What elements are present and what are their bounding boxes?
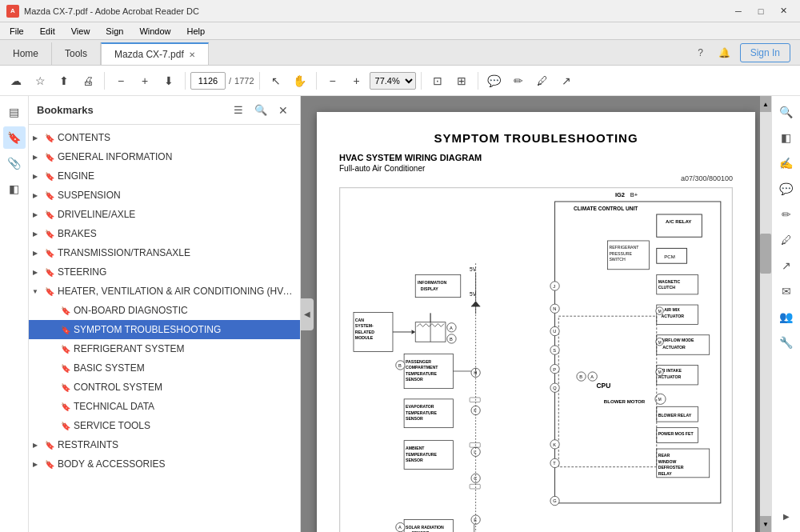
zoom-out-btn[interactable]: − <box>322 70 344 92</box>
back-icon[interactable]: ☁ <box>5 70 27 92</box>
bookmark-item-suspension[interactable]: 🔖 SUSPENSION <box>29 186 300 205</box>
flag-control-icon: 🔖 <box>61 383 70 392</box>
sidebar-close-btn[interactable]: ✕ <box>274 102 292 119</box>
attachment-icon[interactable]: 📎 <box>3 152 26 174</box>
bookmark-item-driveline[interactable]: 🔖 DRIVELINE/AXLE <box>29 205 300 224</box>
svg-text:TEMPERATURE: TEMPERATURE <box>406 452 438 457</box>
sign-in-button[interactable]: Sign In <box>740 43 790 62</box>
expand-hvac-icon[interactable] <box>29 285 42 298</box>
users-right-icon[interactable]: 👥 <box>775 306 798 328</box>
menu-help[interactable]: Help <box>181 25 212 38</box>
search-right-icon[interactable]: 🔍 <box>775 101 798 123</box>
expand-brakes-icon[interactable] <box>29 227 42 240</box>
hand-tool-icon[interactable]: ✋ <box>289 70 311 92</box>
sidebar-options-btn[interactable]: ☰ <box>230 102 247 119</box>
maximize-button[interactable]: □ <box>750 4 771 18</box>
bookmark-item-hvac[interactable]: 🔖 HEATER, VENTILATION & AIR CONDITIONING… <box>29 282 300 301</box>
tab-doc[interactable]: Mazda CX-7.pdf ✕ <box>101 42 209 65</box>
highlight-icon[interactable]: 🖊 <box>531 70 554 92</box>
layers-icon[interactable]: ◧ <box>3 178 26 200</box>
expand-contents-icon[interactable] <box>29 131 42 144</box>
menu-view[interactable]: View <box>65 25 97 38</box>
cursor-tool-icon[interactable]: ↖ <box>265 70 287 92</box>
next-view-icon[interactable]: ⊞ <box>450 70 473 92</box>
bookmark-item-refrigerant[interactable]: 🔖 REFRIGERANT SYSTEM <box>29 339 300 358</box>
menu-window[interactable]: Window <box>133 25 177 38</box>
expand-transmission-icon[interactable] <box>29 246 42 259</box>
pdf-scroll[interactable]: SYMPTOM TROUBLESHOOTING HVAC SYSTEM WIRI… <box>301 96 771 532</box>
help-icon[interactable]: ? <box>692 44 710 62</box>
share-icon[interactable]: ↗ <box>555 70 578 92</box>
fit-page-icon[interactable]: ⊡ <box>426 70 449 92</box>
print-icon[interactable]: 🖨 <box>77 70 99 92</box>
bookmark-item-basic[interactable]: 🔖 BASIC SYSTEM <box>29 358 300 378</box>
zoom-in-btn[interactable]: + <box>346 70 368 92</box>
svg-text:PASSENGER: PASSENGER <box>406 359 431 364</box>
pen-right-icon[interactable]: ✏ <box>775 203 798 226</box>
tools-right-icon[interactable]: 🔧 <box>775 331 798 354</box>
separator-2 <box>185 72 186 90</box>
tab-home[interactable]: Home <box>0 42 52 65</box>
minimize-button[interactable]: ─ <box>728 4 749 18</box>
scroll-track[interactable] <box>760 112 771 516</box>
upload-icon[interactable]: ⬆ <box>53 70 75 92</box>
comment-icon[interactable]: 💬 <box>483 70 506 92</box>
bookmark-item-technical[interactable]: 🔖 TECHNICAL DATA <box>29 397 300 416</box>
right-panel-collapse-btn[interactable]: ▶ <box>775 505 798 527</box>
page-thumbnail-icon[interactable]: ▤ <box>3 101 26 123</box>
bookmark-item-brakes[interactable]: 🔖 BRAKES <box>29 224 300 243</box>
menu-file[interactable]: File <box>3 25 30 38</box>
zoom-in-icon[interactable]: + <box>134 70 156 92</box>
page-input[interactable] <box>190 72 226 90</box>
flag-technical-icon: 🔖 <box>61 402 70 411</box>
expand-technical-icon <box>45 400 58 413</box>
comment-right-icon[interactable]: 💬 <box>775 178 798 200</box>
svg-text:MODULE: MODULE <box>355 335 374 340</box>
expand-engine-icon[interactable] <box>29 170 42 182</box>
bookmark-item-body[interactable]: 🔖 BODY & ACCESSORIES <box>29 454 300 474</box>
download-icon[interactable]: ⬇ <box>158 70 180 92</box>
highlight-right-icon[interactable]: 🖊 <box>775 229 798 251</box>
share-right-icon[interactable]: ↗ <box>775 254 798 277</box>
bookmark-item-engine[interactable]: 🔖 ENGINE <box>29 166 300 186</box>
expand-restraints-icon[interactable] <box>29 438 42 451</box>
svg-text:REFRIGERANT: REFRIGERANT <box>609 245 639 250</box>
expand-driveline-icon[interactable] <box>29 208 42 221</box>
tab-close-icon[interactable]: ✕ <box>189 50 195 59</box>
close-button[interactable]: ✕ <box>773 4 794 18</box>
bookmark-item-symptom[interactable]: 🔖 SYMPTOM TROUBLESHOOTING <box>29 320 300 339</box>
pen-icon[interactable]: ✏ <box>507 70 530 92</box>
bookmark-label-driveline: DRIVELINE/AXLE <box>58 209 135 220</box>
sidebar-collapse-btn[interactable]: ◀ <box>301 298 314 330</box>
scroll-up-btn[interactable]: ▲ <box>760 96 771 112</box>
bookmark-icon[interactable]: ☆ <box>29 70 51 92</box>
bookmark-item-control[interactable]: 🔖 CONTROL SYSTEM <box>29 378 300 397</box>
bookmark-item-onboard[interactable]: 🔖 ON-BOARD DIAGNOSTIC <box>29 301 300 320</box>
bookmark-item-transmission[interactable]: 🔖 TRANSMISSION/TRANSAXLE <box>29 243 300 262</box>
bookmark-item-contents[interactable]: 🔖 CONTENTS <box>29 128 300 147</box>
menu-edit[interactable]: Edit <box>34 25 62 38</box>
expand-steering-icon[interactable] <box>29 266 42 278</box>
scroll-thumb[interactable] <box>760 234 771 274</box>
scroll-down-btn[interactable]: ▼ <box>760 516 771 532</box>
send-right-icon[interactable]: ✉ <box>775 280 798 302</box>
menu-sign[interactable]: Sign <box>99 25 130 38</box>
tab-tools[interactable]: Tools <box>52 42 101 65</box>
bookmark-panel-icon[interactable]: 🔖 <box>3 126 26 149</box>
flag-onboard-icon: 🔖 <box>61 306 70 315</box>
bookmark-item-general[interactable]: 🔖 GENERAL INFORMATION <box>29 147 300 166</box>
expand-suspension-icon[interactable] <box>29 189 42 202</box>
bookmark-item-steering[interactable]: 🔖 STEERING <box>29 262 300 282</box>
fill-sign-icon[interactable]: ✍ <box>775 152 798 174</box>
expand-general-icon[interactable] <box>29 150 42 163</box>
zoom-out-icon[interactable]: − <box>110 70 132 92</box>
expand-body-icon[interactable] <box>29 458 42 470</box>
layers-right-icon[interactable]: ◧ <box>775 126 798 149</box>
vertical-scrollbar[interactable]: ▲ ▼ <box>760 96 771 532</box>
sidebar-search-btn[interactable]: 🔍 <box>252 102 270 119</box>
bookmark-item-restraints[interactable]: 🔖 RESTRAINTS <box>29 435 300 454</box>
bookmark-item-service[interactable]: 🔖 SERVICE TOOLS <box>29 416 300 435</box>
svg-text:A/C RELAY: A/C RELAY <box>666 218 691 224</box>
notification-icon[interactable]: 🔔 <box>716 44 734 62</box>
zoom-select[interactable]: 77.4% <box>370 72 416 90</box>
